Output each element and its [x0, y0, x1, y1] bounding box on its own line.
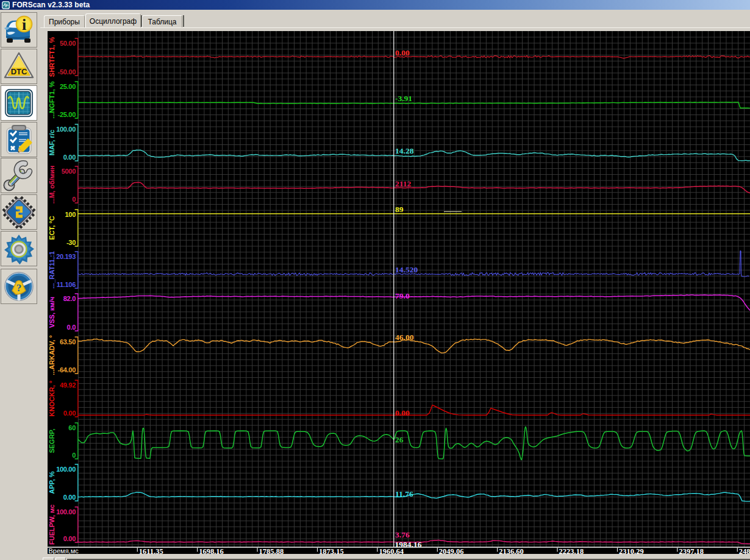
svg-text:0.0: 0.0	[67, 324, 76, 331]
svg-text:2484.25: 2484.25	[739, 547, 750, 555]
svg-text:1873.15: 1873.15	[319, 547, 344, 555]
svg-text:-50.00: -50.00	[58, 68, 76, 76]
svg-text:1960.64: 1960.64	[379, 547, 404, 555]
svg-text:1611.35: 1611.35	[139, 547, 163, 555]
svg-text:-25.00: -25.00	[58, 111, 76, 118]
svg-text:...М, об/мин: ...М, об/мин	[48, 166, 55, 204]
svg-text:14.520: 14.520	[395, 265, 418, 274]
svg-text:KNOCKR, °: KNOCKR, °	[48, 381, 55, 417]
svg-text:ECT, °С: ECT, °С	[48, 216, 55, 239]
svg-text:0: 0	[72, 452, 76, 459]
svg-text:FUELPW, мс: FUELPW, мс	[48, 505, 55, 545]
svg-text:2136.60: 2136.60	[499, 547, 524, 555]
svg-text:63.50: 63.50	[60, 338, 76, 346]
svg-text:49.92: 49.92	[60, 381, 76, 389]
svg-text:100.00: 100.00	[56, 508, 76, 516]
svg-text:VSS, км/ч: VSS, км/ч	[48, 297, 55, 328]
svg-text:2223.18: 2223.18	[559, 547, 584, 555]
svg-text:..._RAT11,:1: ..._RAT11,:1	[48, 251, 55, 289]
svg-text:2049.06: 2049.06	[439, 547, 464, 555]
svg-text:DTC: DTC	[11, 67, 27, 76]
svg-text:100.00: 100.00	[56, 466, 76, 473]
svg-text:...ARKADV, °: ...ARKADV, °	[48, 335, 55, 375]
svg-text:11.106: 11.106	[57, 281, 76, 288]
svg-text:2397.18: 2397.18	[679, 547, 704, 555]
svg-text:79.0: 79.0	[395, 291, 410, 300]
svg-text:100.00: 100.00	[56, 126, 76, 133]
svg-text:SEGRP,: SEGRP,	[48, 428, 55, 453]
svg-text:0.00: 0.00	[63, 535, 76, 542]
svg-text:APP, %: APP, %	[48, 471, 55, 494]
svg-text:3.76: 3.76	[395, 530, 410, 539]
svg-text:0: 0	[72, 196, 76, 203]
svg-text:5000: 5000	[62, 168, 76, 175]
svg-text:1785.88: 1785.88	[259, 547, 284, 555]
svg-text:14.28: 14.28	[395, 146, 414, 155]
svg-text:0.00: 0.00	[395, 48, 410, 57]
svg-text:100: 100	[65, 211, 76, 218]
svg-text:-3.91: -3.91	[395, 94, 412, 103]
svg-text:50.00: 50.00	[60, 40, 76, 47]
svg-text:MAF, г/с: MAF, г/с	[48, 130, 55, 155]
svg-text:0.00: 0.00	[63, 494, 76, 501]
svg-text:20.193: 20.193	[56, 253, 76, 260]
svg-text:SHRTFT1, %: SHRTFT1, %	[48, 37, 55, 77]
svg-text:46.00: 46.00	[395, 333, 414, 342]
svg-text:-64.00: -64.00	[58, 366, 76, 374]
svg-text:0.00: 0.00	[395, 408, 410, 417]
svg-text:60: 60	[68, 424, 76, 431]
svg-text:82.0: 82.0	[63, 295, 76, 302]
svg-text:2310.29: 2310.29	[619, 547, 644, 555]
svg-text:0.00: 0.00	[63, 154, 76, 161]
svg-text:89: 89	[395, 205, 404, 214]
svg-text:...NGFT1, %: ...NGFT1, %	[48, 81, 55, 118]
svg-text:i: i	[22, 16, 26, 34]
svg-text:Время,мс: Время,мс	[49, 547, 79, 555]
svg-text:26: 26	[395, 435, 404, 444]
svg-text:2112: 2112	[395, 179, 412, 188]
svg-text:?: ?	[16, 282, 22, 294]
svg-text:11.76: 11.76	[395, 489, 413, 498]
svg-text:-30: -30	[66, 239, 76, 246]
svg-text:25.00: 25.00	[60, 83, 76, 90]
svg-text:0.00: 0.00	[63, 409, 76, 417]
svg-text:1698.16: 1698.16	[199, 547, 224, 555]
